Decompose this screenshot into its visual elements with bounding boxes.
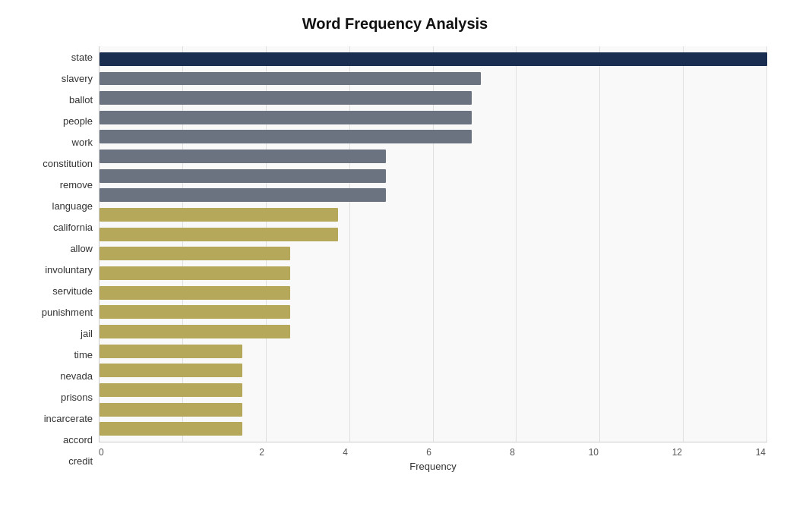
bar-row [100, 400, 767, 420]
y-label: work [72, 137, 93, 147]
y-label: time [74, 350, 93, 360]
bar [100, 111, 472, 124]
x-tick: 4 [266, 447, 349, 458]
bars-section [99, 46, 767, 442]
bar [100, 52, 767, 66]
y-label: punishment [42, 307, 93, 317]
x-tick: 2 [182, 447, 266, 458]
bar-row [100, 108, 767, 127]
x-tick: 0 [99, 447, 182, 458]
bar-row [100, 263, 767, 283]
bar [100, 169, 386, 183]
y-label: prisons [61, 392, 93, 402]
y-label: involuntary [45, 265, 93, 275]
y-label: servitude [52, 286, 93, 296]
y-label: constitution [43, 159, 93, 168]
y-label: people [63, 116, 93, 126]
bars-and-xaxis: 02468101214 Frequency [99, 46, 767, 472]
bar [100, 325, 290, 338]
x-axis: 02468101214 [99, 442, 767, 458]
y-label: allow [70, 244, 93, 253]
y-label: language [52, 201, 93, 211]
bar-row [100, 186, 767, 206]
x-tick: 10 [517, 447, 600, 458]
y-labels: stateslaveryballotpeopleworkconstitution… [23, 46, 99, 472]
x-tick: 12 [600, 447, 684, 458]
bar [100, 383, 242, 397]
y-label: ballot [69, 95, 93, 105]
bar-row [100, 303, 767, 323]
x-tick: 6 [349, 447, 433, 458]
bar-row [100, 322, 767, 342]
y-label: incarcerate [44, 414, 93, 423]
bar [100, 228, 338, 241]
bar-row [100, 69, 767, 89]
bar [100, 91, 472, 105]
bar-row [100, 361, 767, 381]
y-label: jail [81, 329, 93, 338]
x-tick: 14 [684, 447, 767, 458]
bar [100, 188, 386, 202]
chart-container: Word Frequency Analysis stateslaveryball… [0, 0, 790, 532]
y-label: accord [63, 435, 93, 445]
bar-row [100, 205, 767, 225]
bar [100, 286, 290, 300]
bar-row [100, 49, 767, 69]
bar [100, 72, 481, 86]
bar-row [100, 225, 767, 244]
y-label: nevada [60, 371, 93, 381]
bar [100, 403, 242, 417]
x-axis-label: Frequency [99, 461, 767, 472]
bar-row [100, 419, 767, 439]
bar-row [100, 244, 767, 264]
bar [100, 208, 338, 222]
bar-row [100, 342, 767, 361]
bar [100, 266, 290, 280]
bar [100, 305, 290, 319]
y-label: credit [68, 456, 93, 466]
y-label: state [71, 52, 93, 62]
bar [100, 150, 386, 163]
bar-row [100, 88, 767, 108]
bar-row [100, 127, 767, 147]
y-label: california [53, 222, 93, 232]
bar [100, 130, 472, 143]
bars-wrapper [100, 46, 767, 442]
bar-row [100, 146, 767, 166]
chart-title: Word Frequency Analysis [23, 15, 767, 33]
bar-row [100, 283, 767, 303]
y-label: remove [60, 180, 93, 190]
bar [100, 247, 290, 260]
bar [100, 345, 242, 358]
bar [100, 364, 242, 377]
chart-area: stateslaveryballotpeopleworkconstitution… [23, 46, 767, 472]
bar [100, 422, 242, 436]
x-tick: 8 [433, 447, 517, 458]
bar-row [100, 380, 767, 400]
bar-row [100, 166, 767, 186]
y-label: slavery [62, 74, 93, 83]
